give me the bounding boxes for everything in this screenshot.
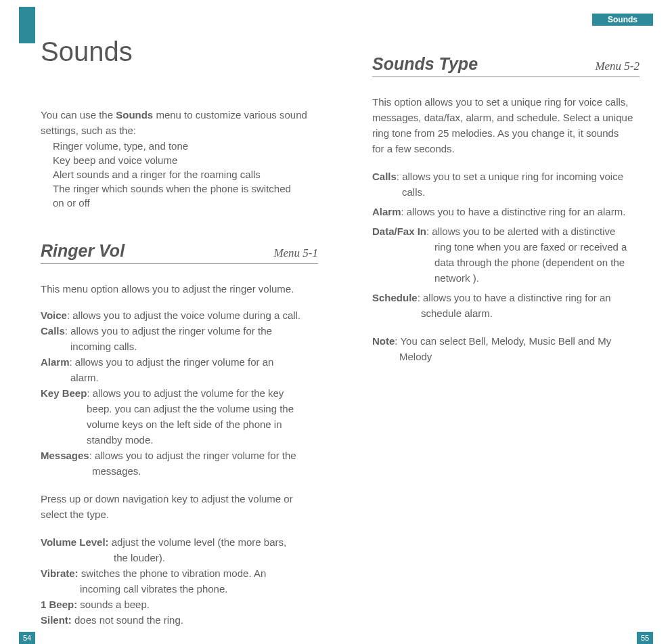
def-cont: alarm.: [41, 370, 318, 385]
def-line: Alarm: allows you to adjust the ringer v…: [41, 355, 318, 369]
def-cont: schedule alarm.: [372, 306, 640, 320]
para-line: for a few seconds.: [372, 142, 640, 156]
def-term: Key Beep: [41, 387, 87, 399]
def-term: Data/Fax In: [372, 226, 426, 237]
def-text: adjust the volume level (the more bars,: [109, 536, 287, 548]
para-line: messages, data/fax, alarm, and schedule.…: [372, 110, 640, 125]
def-cont: data through the phone (dependent on the: [372, 255, 640, 270]
def-line: Schedule: allows you to have a distincti…: [372, 291, 640, 305]
intro-line: You can use the Sounds menu to customize…: [41, 108, 318, 122]
nav-line: select the type.: [41, 507, 318, 521]
intro-bold: Sounds: [116, 109, 153, 121]
def-text: : allows you to set a unique ring for in…: [397, 171, 623, 182]
def-text: : allows you to have a distinctive ring …: [418, 292, 611, 303]
note-cont: Melody: [372, 349, 640, 364]
def-term: 1 Beep:: [41, 599, 77, 610]
section-heading-row: Sounds Type Menu 5-2: [372, 54, 640, 77]
intro-line: settings, such as the:: [41, 123, 318, 137]
def-cont: incoming call vibrates the phone.: [41, 582, 318, 596]
def-cont: network ).: [372, 271, 640, 285]
header-label-right: Sounds: [592, 14, 653, 26]
section-heading: Sounds Type: [372, 54, 478, 74]
bullet-line: The ringer which sounds when the phone i…: [41, 181, 318, 196]
def-text: : allows you to adjust the ringer volume…: [65, 325, 272, 337]
def-cont: calls.: [372, 185, 640, 199]
nav-line: Press up or down navigation key to adjus…: [41, 492, 318, 506]
def-text: : allows you to have a distinctive ring …: [401, 206, 626, 217]
page-tab-left: [19, 7, 35, 43]
def-text: : allows you to adjust the voice volume …: [67, 309, 300, 321]
def-text: : allows you to adjust the volume for th…: [87, 387, 284, 399]
def-text: : allows you to adjust the ringer volume…: [70, 356, 274, 368]
page-number-right: 55: [637, 632, 653, 644]
section-heading: Ringer Vol: [41, 241, 125, 261]
section-heading-row: Ringer Vol Menu 5-1: [41, 241, 318, 264]
note-term: Note: [372, 335, 395, 347]
bullet-line: Ringer volume, type, and tone: [41, 139, 318, 153]
section-intro: This menu option allows you to adjust th…: [41, 282, 318, 296]
def-term: Calls: [372, 171, 397, 182]
def-line: 1 Beep: sounds a beep.: [41, 597, 318, 611]
def-cont: ring tone when you are faxed or received…: [372, 240, 640, 254]
def-line: Vibrate: switches the phone to vibration…: [41, 566, 318, 580]
def-term: Calls: [41, 325, 65, 337]
def-line: Voice: allows you to adjust the voice vo…: [41, 308, 318, 322]
bullet-line: Key beep and voice volume: [41, 153, 318, 167]
def-term: Volume Level:: [41, 536, 109, 548]
intro-pre: You can use the: [41, 109, 116, 121]
def-term: Alarm: [372, 206, 401, 217]
def-cont: incoming calls.: [41, 339, 318, 353]
chapter-title: Sounds: [41, 37, 318, 67]
def-cont: beep. you can adjust the the volume usin…: [41, 402, 318, 416]
note-text: : You can select Bell, Melody, Music Bel…: [395, 335, 611, 347]
def-line: Alarm: allows you to have a distinctive …: [372, 205, 640, 219]
menu-number: Menu 5-2: [595, 60, 640, 73]
def-line: Key Beep: allows you to adjust the volum…: [41, 386, 318, 400]
right-column: Sounds Type Menu 5-2 This option allows …: [372, 54, 640, 365]
left-column: Sounds You can use the Sounds menu to cu…: [41, 37, 318, 628]
def-text: : allows you to be alerted with a distin…: [426, 226, 615, 237]
def-line: Data/Fax In: allows you to be alerted wi…: [372, 224, 640, 238]
bullet-line: Alert sounds and a ringer for the roamin…: [41, 167, 318, 181]
def-text: does not sound the ring.: [72, 614, 183, 626]
intro-post: menu to customize various sound: [153, 109, 307, 121]
def-cont: volume keys on the left side of the phon…: [41, 417, 318, 431]
page-number-left: 54: [19, 632, 35, 644]
def-term: Messages: [41, 450, 89, 461]
def-term: Schedule: [372, 292, 418, 303]
def-term: Voice: [41, 309, 67, 321]
def-line: Volume Level: adjust the volume level (t…: [41, 535, 318, 549]
def-term: Silent:: [41, 614, 72, 626]
bullet-line: on or off: [41, 196, 318, 210]
def-line: Calls: allows you to adjust the ringer v…: [41, 324, 318, 338]
def-text: sounds a beep.: [77, 599, 150, 610]
para-line: This option allows you to set a unique r…: [372, 95, 640, 109]
def-cont: the louder).: [41, 551, 318, 565]
def-text: switches the phone to vibration mode. An: [79, 567, 267, 579]
def-cont: standby mode.: [41, 433, 318, 447]
def-cont: messages.: [41, 464, 318, 478]
def-text: : allows you to adjust the ringer volume…: [89, 450, 296, 461]
def-line: Messages: allows you to adjust the ringe…: [41, 448, 318, 463]
def-term: Vibrate:: [41, 567, 79, 579]
note-line: Note: You can select Bell, Melody, Music…: [372, 334, 640, 348]
def-line: Calls: allows you to set a unique ring f…: [372, 169, 640, 184]
menu-number: Menu 5-1: [273, 246, 318, 260]
def-term: Alarm: [41, 356, 70, 368]
para-line: ring tone from 25 melodies. As you chang…: [372, 126, 640, 140]
def-line: Silent: does not sound the ring.: [41, 613, 318, 627]
